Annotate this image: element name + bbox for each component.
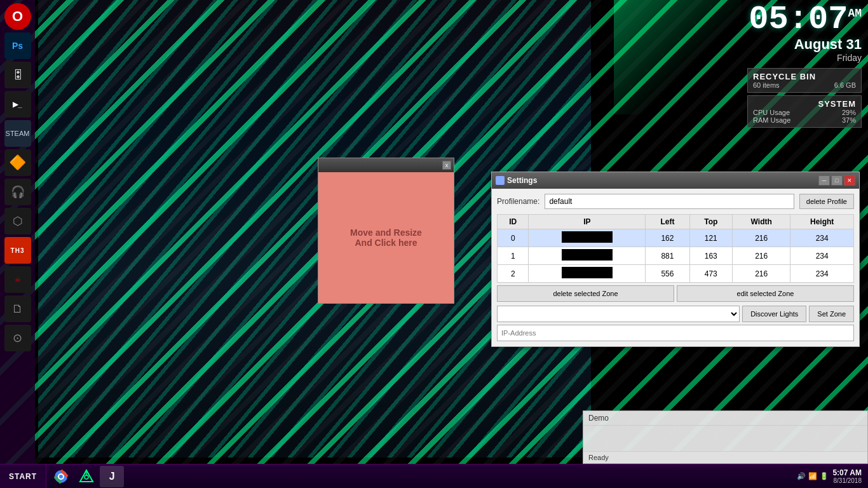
recycle-bin-size: 6.6 GB <box>834 81 856 89</box>
clock-time: 05:07 <box>749 1 848 38</box>
taskbar-j-app[interactable]: J <box>100 466 124 487</box>
volume-icon[interactable]: 🔊 <box>797 472 806 480</box>
sidebar-item-opera[interactable]: O <box>4 3 31 30</box>
clock-day: Friday <box>747 53 862 63</box>
settings-titlebar-buttons: ─ □ ✕ <box>818 175 855 186</box>
col-left: Left <box>646 215 689 229</box>
network-icon[interactable]: 📶 <box>808 472 817 480</box>
table-row[interactable]: 2 556 473 216 234 <box>498 265 854 283</box>
cell-ip <box>529 265 646 283</box>
lights-dropdown[interactable] <box>497 306 740 322</box>
recycle-bin-widget[interactable]: RECYCLE BIN 60 items 6.6 GB <box>747 68 862 93</box>
cpu-value: 29% <box>842 109 856 116</box>
cell-width: 216 <box>733 247 790 265</box>
col-top: Top <box>689 215 732 229</box>
ip-address-input[interactable] <box>497 325 854 341</box>
profile-input[interactable] <box>545 194 794 209</box>
sidebar-item-headphones[interactable]: 🎧 <box>4 179 31 205</box>
svg-point-4 <box>85 475 88 479</box>
cell-left: 556 <box>646 265 689 283</box>
settings-maximize-btn[interactable]: □ <box>831 175 843 186</box>
zone-action-row: delete selected Zone edit selected Zone <box>497 285 854 302</box>
recycle-bin-info: 60 items 6.6 GB <box>753 81 856 89</box>
pink-window[interactable]: x Move and Resize And Click here <box>318 158 454 304</box>
cell-height: 234 <box>790 265 854 283</box>
pink-window-text2: And Click here <box>350 238 422 248</box>
cell-ip <box>529 247 646 265</box>
controls-row: Discover Lights Set Zone <box>497 306 854 322</box>
ram-label: RAM Usage <box>753 116 790 124</box>
cpu-label: CPU Usage <box>753 109 790 116</box>
chrome-icon <box>53 469 69 484</box>
taskbar-chrome[interactable] <box>49 466 73 487</box>
cell-top: 121 <box>689 229 732 247</box>
clock-ampm: AM <box>848 7 862 20</box>
col-ip: IP <box>529 215 646 229</box>
demo-label: Demo <box>583 411 867 426</box>
sidebar-item-mixer[interactable]: 🎛 <box>4 62 31 88</box>
sidebar-item-shield[interactable]: ⬡ <box>4 208 31 234</box>
cell-height: 234 <box>790 229 854 247</box>
sidebar-item-folder[interactable]: 🗋 <box>4 295 31 322</box>
bottom-panel: Demo Ready <box>583 410 868 464</box>
taskbar-right: 🔊 📶 🔋 5:07 AM 8/31/2018 <box>797 468 868 484</box>
settings-minimize-btn[interactable]: ─ <box>818 175 830 186</box>
cell-id: 2 <box>498 265 529 283</box>
taskbar-system-icons: 🔊 📶 🔋 <box>797 472 829 480</box>
alienware-icon <box>79 469 94 484</box>
recycle-bin-title: RECYCLE BIN <box>753 72 856 81</box>
sidebar-item-steam[interactable]: STEAM <box>4 120 31 147</box>
zones-table: ID IP Left Top Width Height 0 162 121 21… <box>497 214 854 283</box>
delete-profile-button[interactable]: delete Profile <box>799 194 854 209</box>
settings-titlebar: Settings ─ □ ✕ <box>492 172 859 189</box>
discover-lights-button[interactable]: Discover Lights <box>742 306 806 322</box>
cell-width: 216 <box>733 265 790 283</box>
sidebar-item-disc[interactable]: ⊙ <box>4 325 31 351</box>
recycle-bin-items: 60 items <box>753 81 780 89</box>
teal-decoration-tr <box>614 0 741 114</box>
settings-body: Profilename: delete Profile ID IP Left T… <box>492 189 859 346</box>
table-row[interactable]: 0 162 121 216 234 <box>498 229 854 247</box>
svg-point-2 <box>59 475 63 478</box>
widget-area: 05:07AM August 31 Friday RECYCLE BIN 60 … <box>741 0 868 131</box>
sidebar: O Ps 🎛 ▶_ STEAM 🔶 🎧 ⬡ TH3 ☠ 🗋 ⊙ <box>0 0 35 464</box>
cell-left: 162 <box>646 229 689 247</box>
cell-height: 234 <box>790 247 854 265</box>
sidebar-item-vlc[interactable]: 🔶 <box>4 149 31 176</box>
delete-zone-button[interactable]: delete selected Zone <box>497 285 674 302</box>
cell-top: 163 <box>689 247 732 265</box>
taskbar-date: 8/31/2018 <box>832 477 862 484</box>
col-id: ID <box>498 215 529 229</box>
ram-row: RAM Usage 37% <box>753 116 856 124</box>
settings-window-title: Settings <box>507 176 816 185</box>
taskbar-clock: 5:07 AM 8/31/2018 <box>832 468 862 484</box>
status-bar: Ready <box>583 451 867 463</box>
taskbar-alienware[interactable] <box>74 466 98 487</box>
pink-window-close[interactable]: x <box>442 161 451 170</box>
cell-id: 1 <box>498 247 529 265</box>
taskbar-time: 5:07 AM <box>832 468 862 477</box>
sidebar-item-photoshop[interactable]: Ps <box>4 32 31 59</box>
settings-close-btn[interactable]: ✕ <box>844 175 855 186</box>
cell-ip <box>529 229 646 247</box>
sidebar-item-terminal[interactable]: ▶_ <box>4 91 31 118</box>
table-row[interactable]: 1 881 163 216 234 <box>498 247 854 265</box>
settings-window-icon <box>496 176 505 185</box>
col-width: Width <box>733 215 790 229</box>
clock-date: August 31 <box>747 36 862 53</box>
cell-id: 0 <box>498 229 529 247</box>
battery-icon[interactable]: 🔋 <box>820 472 829 480</box>
edit-zone-button[interactable]: edit selected Zone <box>677 285 854 302</box>
cpu-row: CPU Usage 29% <box>753 109 856 116</box>
pink-window-body[interactable]: Move and Resize And Click here <box>318 172 454 303</box>
pink-window-titlebar: x <box>318 158 454 172</box>
cell-left: 881 <box>646 247 689 265</box>
start-button[interactable]: START <box>0 464 46 489</box>
zones-table-scroll[interactable]: ID IP Left Top Width Height 0 162 121 21… <box>497 214 854 283</box>
cell-width: 216 <box>733 229 790 247</box>
set-zone-button[interactable]: Set Zone <box>809 306 854 322</box>
ram-value: 37% <box>842 116 856 124</box>
sidebar-item-gpg[interactable]: ☠ <box>4 266 31 293</box>
col-height: Height <box>790 215 854 229</box>
sidebar-item-th3[interactable]: TH3 <box>4 237 31 264</box>
